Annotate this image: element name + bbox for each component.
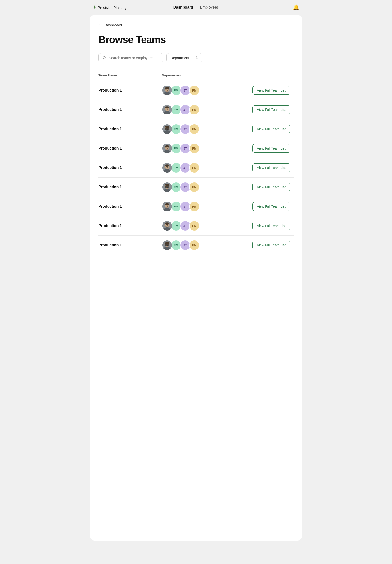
avatar-photo	[162, 220, 172, 231]
table-header-row: Team Name Supervisors	[98, 71, 294, 81]
sort-icon: ⇅	[196, 56, 198, 59]
avatar-photo	[162, 104, 172, 115]
col-header-action	[232, 71, 294, 81]
nav-link-employees[interactable]: Employees	[200, 5, 219, 10]
table-row: Production 1 FMJTFMView Full Team List	[98, 197, 294, 216]
department-filter[interactable]: Department ⇅	[166, 53, 202, 62]
action-cell: View Full Team List	[232, 236, 294, 255]
supervisors-cell: FMJTFM	[158, 236, 232, 255]
avatar-fm-2: FM	[189, 85, 200, 96]
supervisors-cell: FMJTFM	[158, 120, 232, 139]
avatar-jt: JT	[180, 201, 191, 212]
view-full-team-button[interactable]: View Full Team List	[252, 164, 290, 172]
avatar-photo	[162, 124, 172, 134]
app-logo[interactable]: ✦ Precision Planting	[93, 5, 126, 10]
supervisors-cell: FMJTFM	[158, 178, 232, 197]
col-header-supervisors: Supervisors	[158, 71, 232, 81]
svg-point-23	[165, 126, 169, 128]
main-content-card: ← Dashboard Browse Teams Department ⇅	[90, 15, 302, 541]
avatar-group: FMJTFM	[162, 85, 228, 96]
avatar-fm: FM	[171, 124, 182, 134]
avatar-fm-2: FM	[189, 201, 200, 212]
svg-line-1	[105, 58, 106, 59]
avatar-fm: FM	[171, 85, 182, 96]
search-icon	[102, 56, 106, 60]
avatar-fm: FM	[171, 201, 182, 212]
avatar-fm-2: FM	[189, 143, 200, 154]
svg-point-68	[165, 222, 169, 225]
avatar-group: FMJTFM	[162, 220, 228, 231]
avatar-fm: FM	[171, 163, 182, 173]
teams-table: Team Name Supervisors Production 1	[98, 71, 294, 255]
svg-point-50	[165, 184, 169, 186]
table-row: Production 1 FMJTFMView Full Team List	[98, 81, 294, 100]
action-cell: View Full Team List	[232, 158, 294, 178]
action-cell: View Full Team List	[232, 178, 294, 197]
avatar-photo	[162, 163, 172, 173]
table-row: Production 1 FMJTFMView Full Team List	[98, 216, 294, 236]
avatar-fm-2: FM	[189, 240, 200, 250]
avatar-jt: JT	[180, 104, 191, 115]
supervisors-cell: FMJTFM	[158, 158, 232, 178]
avatar-jt: JT	[180, 85, 191, 96]
supervisors-cell: FMJTFM	[158, 81, 232, 100]
avatar-group: FMJTFM	[162, 240, 228, 250]
view-full-team-button[interactable]: View Full Team List	[252, 86, 290, 95]
col-header-team-name: Team Name	[98, 71, 158, 81]
team-name-cell: Production 1	[98, 120, 158, 139]
team-name-cell: Production 1	[98, 197, 158, 216]
avatar-jt: JT	[180, 182, 191, 193]
notification-bell-icon[interactable]: 🔔	[293, 4, 299, 11]
avatar-group: FMJTFM	[162, 104, 228, 115]
svg-point-59	[165, 203, 169, 205]
view-full-team-button[interactable]: View Full Team List	[252, 202, 290, 211]
view-full-team-button[interactable]: View Full Team List	[252, 125, 290, 133]
view-full-team-button[interactable]: View Full Team List	[252, 144, 290, 153]
search-box[interactable]	[98, 53, 163, 62]
nav-link-dashboard[interactable]: Dashboard	[173, 5, 193, 10]
avatar-fm: FM	[171, 182, 182, 193]
avatar-group: FMJTFM	[162, 143, 228, 154]
team-name-cell: Production 1	[98, 81, 158, 100]
supervisors-cell: FMJTFM	[158, 197, 232, 216]
avatar-group: FMJTFM	[162, 163, 228, 173]
view-full-team-button[interactable]: View Full Team List	[252, 241, 290, 249]
avatar-photo	[162, 85, 172, 96]
nav-links: Dashboard Employees	[173, 5, 219, 10]
action-cell: View Full Team List	[232, 216, 294, 236]
avatar-jt: JT	[180, 124, 191, 134]
view-full-team-button[interactable]: View Full Team List	[252, 221, 290, 230]
action-cell: View Full Team List	[232, 120, 294, 139]
search-filter-row: Department ⇅	[98, 53, 294, 62]
svg-point-5	[165, 87, 169, 89]
avatar-fm: FM	[171, 143, 182, 154]
supervisors-cell: FMJTFM	[158, 139, 232, 158]
svg-point-14	[165, 106, 169, 109]
view-full-team-button[interactable]: View Full Team List	[252, 183, 290, 192]
avatar-fm-2: FM	[189, 182, 200, 193]
table-row: Production 1 FMJTFMView Full Team List	[98, 139, 294, 158]
action-cell: View Full Team List	[232, 100, 294, 120]
table-row: Production 1 FMJTFMView Full Team List	[98, 236, 294, 255]
avatar-jt: JT	[180, 163, 191, 173]
team-name-cell: Production 1	[98, 216, 158, 236]
table-row: Production 1 FMJTFMView Full Team List	[98, 158, 294, 178]
avatar-jt: JT	[180, 240, 191, 250]
avatar-fm: FM	[171, 104, 182, 115]
search-input[interactable]	[109, 56, 156, 60]
page-title: Browse Teams	[98, 34, 294, 45]
team-name-cell: Production 1	[98, 178, 158, 197]
top-navigation: ✦ Precision Planting Dashboard Employees…	[86, 0, 306, 15]
avatar-photo	[162, 240, 172, 250]
department-label: Department	[170, 56, 189, 60]
logo-text: Precision Planting	[98, 5, 126, 10]
breadcrumb[interactable]: ← Dashboard	[98, 22, 294, 27]
action-cell: View Full Team List	[232, 139, 294, 158]
avatar-photo	[162, 201, 172, 212]
svg-point-41	[165, 165, 169, 166]
avatar-fm-2: FM	[189, 220, 200, 231]
view-full-team-button[interactable]: View Full Team List	[252, 105, 290, 114]
svg-point-32	[165, 145, 169, 147]
supervisors-cell: FMJTFM	[158, 216, 232, 236]
avatar-fm: FM	[171, 220, 182, 231]
